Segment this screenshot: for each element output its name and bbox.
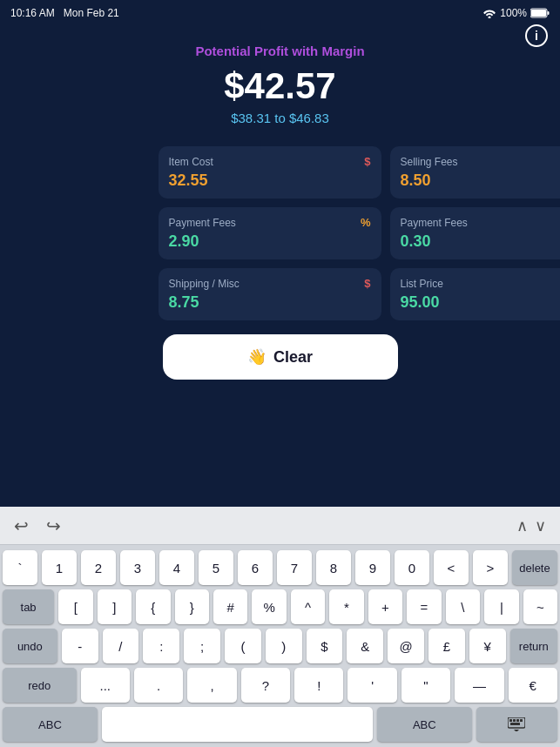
kb-row-2: tab [ ] { } # % ^ * + = \ | ~ xyxy=(3,589,557,624)
toolbar-left: ↩ ↪ xyxy=(14,515,61,536)
list-price-card: List Price $ xyxy=(390,268,561,320)
delete-key[interactable]: delete xyxy=(512,550,557,585)
selling-fees-label: Selling Fees xyxy=(401,156,458,168)
app-area: Potential Profit with Margin $42.57 $38.… xyxy=(0,26,560,380)
status-bar: 10:16 AM Mon Feb 21 100% xyxy=(0,0,560,26)
item-cost-input[interactable] xyxy=(169,172,371,190)
key-2[interactable]: 2 xyxy=(81,550,116,585)
key-emdash[interactable]: — xyxy=(455,668,503,703)
shipping-misc-input[interactable] xyxy=(169,293,371,312)
payment-fees-pct-input[interactable] xyxy=(169,232,371,251)
status-time: 10:16 AM Mon Feb 21 xyxy=(10,7,119,19)
chevron-down-icon[interactable]: ∨ xyxy=(535,516,546,535)
return-key[interactable]: return xyxy=(510,629,557,663)
item-cost-header: Item Cost $ xyxy=(169,155,371,168)
abc-left-key[interactable]: ABC xyxy=(3,707,98,742)
key-slash[interactable]: / xyxy=(103,629,139,663)
key-semicolon[interactable]: ; xyxy=(184,629,220,663)
key-pound[interactable]: £ xyxy=(428,629,465,663)
svg-rect-1 xyxy=(531,10,546,17)
redo-toolbar-icon[interactable]: ↪ xyxy=(46,515,61,536)
key-equals[interactable]: = xyxy=(407,589,441,624)
key-quote[interactable]: " xyxy=(401,668,450,703)
profit-range: $38.31 to $46.83 xyxy=(231,111,329,125)
key-backtick[interactable]: ` xyxy=(3,550,37,585)
key-lbracket[interactable]: [ xyxy=(58,589,92,624)
key-question[interactable]: ? xyxy=(241,668,290,703)
key-dollar[interactable]: $ xyxy=(307,629,343,663)
key-asterisk[interactable]: * xyxy=(329,589,363,624)
key-dot[interactable]: . xyxy=(134,668,183,703)
shipping-misc-header: Shipping / Misc $ xyxy=(169,277,371,290)
svg-rect-7 xyxy=(520,719,523,722)
svg-rect-2 xyxy=(548,11,550,15)
battery-icon xyxy=(530,8,550,18)
key-comma[interactable]: , xyxy=(187,668,236,703)
item-cost-symbol: $ xyxy=(364,155,370,168)
key-exclaim[interactable]: ! xyxy=(294,668,343,703)
kb-row-1: ` 1 2 3 4 5 6 7 8 9 0 < > delete xyxy=(3,550,557,585)
key-5[interactable]: 5 xyxy=(199,550,233,585)
undo-toolbar-icon[interactable]: ↩ xyxy=(14,515,29,536)
undo-key[interactable]: undo xyxy=(3,629,57,663)
payment-fees-dollar-card: Payment Fees $ xyxy=(390,207,561,259)
key-apos[interactable]: ' xyxy=(347,668,396,703)
key-caret[interactable]: ^ xyxy=(291,589,325,624)
svg-rect-8 xyxy=(510,723,520,725)
key-ampersand[interactable]: & xyxy=(347,629,383,663)
payment-fees-dollar-label: Payment Fees xyxy=(401,217,468,229)
keyboard-icon-key[interactable] xyxy=(476,707,557,742)
key-minus[interactable]: - xyxy=(62,629,98,663)
clear-button[interactable]: 👋 Clear xyxy=(163,334,398,380)
payment-fees-dollar-input[interactable] xyxy=(401,232,561,251)
key-hash[interactable]: # xyxy=(213,589,247,624)
key-colon[interactable]: : xyxy=(143,629,179,663)
list-price-header: List Price $ xyxy=(401,277,561,290)
kb-row-5: ABC ABC xyxy=(3,707,557,742)
key-rbrace[interactable]: } xyxy=(175,589,209,624)
profit-label: Potential Profit with Margin xyxy=(195,44,364,58)
selling-fees-card: Selling Fees % xyxy=(390,146,561,199)
key-euro[interactable]: € xyxy=(509,668,557,703)
list-price-label: List Price xyxy=(401,278,443,290)
key-gt[interactable]: > xyxy=(473,550,508,585)
info-button[interactable]: i xyxy=(525,24,548,47)
key-at[interactable]: @ xyxy=(388,629,424,663)
key-0[interactable]: 0 xyxy=(395,550,429,585)
key-pipe[interactable]: | xyxy=(484,589,518,624)
key-7[interactable]: 7 xyxy=(277,550,312,585)
payment-fees-pct-symbol: % xyxy=(361,216,371,229)
kb-row-3: undo - / : ; ( ) $ & @ £ ¥ return xyxy=(3,629,557,663)
key-plus[interactable]: + xyxy=(368,589,402,624)
keyboard: ` 1 2 3 4 5 6 7 8 9 0 < > delete tab [ ]… xyxy=(0,545,560,747)
key-6[interactable]: 6 xyxy=(238,550,273,585)
keyboard-dismiss-icon xyxy=(508,717,525,731)
key-percent[interactable]: % xyxy=(252,589,286,624)
abc-right-key[interactable]: ABC xyxy=(377,707,472,742)
selling-fees-input[interactable] xyxy=(401,172,561,190)
key-9[interactable]: 9 xyxy=(355,550,390,585)
tab-key[interactable]: tab xyxy=(3,589,54,624)
key-3[interactable]: 3 xyxy=(120,550,155,585)
key-4[interactable]: 4 xyxy=(159,550,194,585)
key-rparen[interactable]: ) xyxy=(266,629,302,663)
chevron-up-icon[interactable]: ∧ xyxy=(516,516,528,535)
redo-key[interactable]: redo xyxy=(3,668,77,703)
key-lt[interactable]: < xyxy=(434,550,469,585)
input-grid: Item Cost $ Selling Fees % Payment Fees … xyxy=(159,146,402,320)
key-8[interactable]: 8 xyxy=(316,550,351,585)
key-rbracket[interactable]: ] xyxy=(98,589,132,624)
key-1[interactable]: 1 xyxy=(42,550,77,585)
key-tilde[interactable]: ~ xyxy=(523,589,557,624)
key-ellipsis[interactable]: ... xyxy=(81,668,130,703)
key-lparen[interactable]: ( xyxy=(225,629,261,663)
shipping-misc-label: Shipping / Misc xyxy=(169,278,240,290)
profit-amount: $42.57 xyxy=(224,65,335,107)
list-price-input[interactable] xyxy=(401,293,561,312)
space-key[interactable] xyxy=(102,707,373,742)
svg-rect-4 xyxy=(509,719,512,722)
key-lbrace[interactable]: { xyxy=(136,589,170,624)
key-yen[interactable]: ¥ xyxy=(469,629,506,663)
key-backslash[interactable]: \ xyxy=(446,589,480,624)
shipping-misc-symbol: $ xyxy=(364,277,370,290)
